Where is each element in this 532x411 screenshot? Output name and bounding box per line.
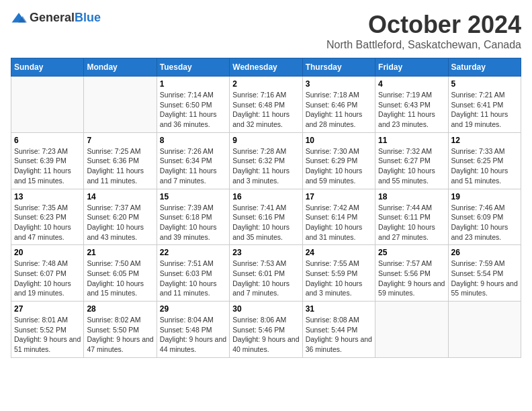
calendar-cell: 4Sunrise: 7:19 AM Sunset: 6:43 PM Daylig… bbox=[375, 77, 448, 133]
calendar-cell: 19Sunrise: 7:46 AM Sunset: 6:09 PM Dayli… bbox=[448, 189, 521, 245]
calendar-cell: 16Sunrise: 7:41 AM Sunset: 6:16 PM Dayli… bbox=[230, 189, 302, 245]
day-details: Sunrise: 7:23 AM Sunset: 6:39 PM Dayligh… bbox=[14, 146, 81, 186]
day-details: Sunrise: 7:35 AM Sunset: 6:23 PM Dayligh… bbox=[14, 203, 81, 242]
day-details: Sunrise: 7:32 AM Sunset: 6:27 PM Dayligh… bbox=[378, 146, 445, 186]
day-details: Sunrise: 7:28 AM Sunset: 6:32 PM Dayligh… bbox=[232, 146, 299, 186]
calendar-cell: 11Sunrise: 7:32 AM Sunset: 6:27 PM Dayli… bbox=[375, 132, 448, 189]
col-header-sunday: Sunday bbox=[11, 58, 84, 77]
day-number: 16 bbox=[232, 192, 299, 201]
day-details: Sunrise: 7:39 AM Sunset: 6:18 PM Dayligh… bbox=[160, 203, 226, 242]
day-number: 5 bbox=[451, 79, 518, 89]
title-area: October 2024 North Battleford, Saskatche… bbox=[326, 11, 521, 51]
day-number: 17 bbox=[306, 192, 372, 201]
day-number: 19 bbox=[451, 192, 518, 201]
calendar-cell bbox=[448, 302, 521, 358]
calendar-header-row: SundayMondayTuesdayWednesdayThursdayFrid… bbox=[11, 58, 521, 77]
day-number: 22 bbox=[160, 248, 226, 257]
day-details: Sunrise: 7:55 AM Sunset: 5:59 PM Dayligh… bbox=[306, 259, 372, 298]
day-number: 10 bbox=[306, 136, 372, 145]
day-number: 13 bbox=[14, 192, 81, 201]
day-number: 1 bbox=[160, 79, 226, 89]
day-number: 14 bbox=[87, 192, 153, 201]
day-details: Sunrise: 7:30 AM Sunset: 6:29 PM Dayligh… bbox=[306, 146, 372, 186]
calendar-cell: 21Sunrise: 7:50 AM Sunset: 6:05 PM Dayli… bbox=[84, 245, 157, 302]
header: GeneralBlue October 2024 North Battlefor… bbox=[11, 11, 521, 51]
calendar-cell: 9Sunrise: 7:28 AM Sunset: 6:32 PM Daylig… bbox=[230, 132, 302, 189]
calendar-cell: 6Sunrise: 7:23 AM Sunset: 6:39 PM Daylig… bbox=[11, 132, 84, 189]
logo-blue: Blue bbox=[75, 11, 101, 24]
day-details: Sunrise: 7:14 AM Sunset: 6:50 PM Dayligh… bbox=[160, 90, 226, 130]
day-details: Sunrise: 7:26 AM Sunset: 6:34 PM Dayligh… bbox=[160, 146, 226, 186]
day-number: 11 bbox=[378, 136, 445, 145]
day-number: 23 bbox=[232, 248, 299, 257]
day-number: 30 bbox=[232, 304, 299, 314]
calendar-cell bbox=[375, 302, 448, 358]
day-details: Sunrise: 7:19 AM Sunset: 6:43 PM Dayligh… bbox=[378, 90, 445, 130]
day-details: Sunrise: 8:06 AM Sunset: 5:46 PM Dayligh… bbox=[232, 315, 299, 355]
location: North Battleford, Saskatchewan, Canada bbox=[326, 39, 521, 51]
day-number: 8 bbox=[160, 136, 226, 145]
calendar-cell: 24Sunrise: 7:55 AM Sunset: 5:59 PM Dayli… bbox=[302, 245, 375, 302]
col-header-tuesday: Tuesday bbox=[157, 58, 229, 77]
day-details: Sunrise: 7:16 AM Sunset: 6:48 PM Dayligh… bbox=[232, 90, 299, 130]
calendar-cell: 17Sunrise: 7:42 AM Sunset: 6:14 PM Dayli… bbox=[302, 189, 375, 245]
day-number: 28 bbox=[87, 304, 153, 314]
day-number: 18 bbox=[378, 192, 445, 201]
day-details: Sunrise: 7:44 AM Sunset: 6:11 PM Dayligh… bbox=[378, 203, 445, 242]
logo-icon bbox=[11, 11, 27, 25]
day-number: 4 bbox=[378, 79, 445, 89]
day-number: 20 bbox=[14, 248, 81, 257]
day-details: Sunrise: 7:57 AM Sunset: 5:56 PM Dayligh… bbox=[378, 259, 445, 298]
day-details: Sunrise: 8:04 AM Sunset: 5:48 PM Dayligh… bbox=[160, 315, 226, 355]
calendar-cell: 12Sunrise: 7:33 AM Sunset: 6:25 PM Dayli… bbox=[448, 132, 521, 189]
day-number: 26 bbox=[451, 248, 518, 257]
day-number: 9 bbox=[232, 136, 299, 145]
day-details: Sunrise: 7:21 AM Sunset: 6:41 PM Dayligh… bbox=[451, 90, 518, 130]
day-number: 12 bbox=[451, 136, 518, 145]
day-details: Sunrise: 7:42 AM Sunset: 6:14 PM Dayligh… bbox=[306, 203, 372, 242]
calendar-cell: 25Sunrise: 7:57 AM Sunset: 5:56 PM Dayli… bbox=[375, 245, 448, 302]
day-details: Sunrise: 7:18 AM Sunset: 6:46 PM Dayligh… bbox=[306, 90, 372, 130]
calendar-cell bbox=[84, 77, 157, 133]
day-number: 29 bbox=[160, 304, 226, 314]
calendar-cell: 15Sunrise: 7:39 AM Sunset: 6:18 PM Dayli… bbox=[157, 189, 229, 245]
calendar-week-row: 27Sunrise: 8:01 AM Sunset: 5:52 PM Dayli… bbox=[11, 302, 521, 358]
day-number: 6 bbox=[14, 136, 81, 145]
calendar-cell: 31Sunrise: 8:08 AM Sunset: 5:44 PM Dayli… bbox=[302, 302, 375, 358]
logo: GeneralBlue bbox=[11, 11, 101, 25]
day-number: 21 bbox=[87, 248, 153, 257]
month-year: October 2024 bbox=[326, 11, 521, 39]
day-number: 27 bbox=[14, 304, 81, 314]
logo-general: General bbox=[30, 11, 75, 24]
calendar-table: SundayMondayTuesdayWednesdayThursdayFrid… bbox=[11, 58, 521, 358]
col-header-saturday: Saturday bbox=[448, 58, 521, 77]
day-details: Sunrise: 7:33 AM Sunset: 6:25 PM Dayligh… bbox=[451, 146, 518, 186]
calendar-week-row: 6Sunrise: 7:23 AM Sunset: 6:39 PM Daylig… bbox=[11, 132, 521, 189]
day-number: 24 bbox=[306, 248, 372, 257]
calendar-cell: 13Sunrise: 7:35 AM Sunset: 6:23 PM Dayli… bbox=[11, 189, 84, 245]
col-header-friday: Friday bbox=[375, 58, 448, 77]
day-details: Sunrise: 7:37 AM Sunset: 6:20 PM Dayligh… bbox=[87, 203, 153, 242]
calendar-week-row: 20Sunrise: 7:48 AM Sunset: 6:07 PM Dayli… bbox=[11, 245, 521, 302]
calendar-cell: 20Sunrise: 7:48 AM Sunset: 6:07 PM Dayli… bbox=[11, 245, 84, 302]
day-details: Sunrise: 7:51 AM Sunset: 6:03 PM Dayligh… bbox=[160, 259, 226, 298]
day-details: Sunrise: 7:25 AM Sunset: 6:36 PM Dayligh… bbox=[87, 146, 153, 186]
calendar-cell: 29Sunrise: 8:04 AM Sunset: 5:48 PM Dayli… bbox=[157, 302, 229, 358]
day-number: 31 bbox=[306, 304, 372, 314]
day-details: Sunrise: 7:50 AM Sunset: 6:05 PM Dayligh… bbox=[87, 259, 153, 298]
calendar-cell: 26Sunrise: 7:59 AM Sunset: 5:54 PM Dayli… bbox=[448, 245, 521, 302]
calendar-cell: 5Sunrise: 7:21 AM Sunset: 6:41 PM Daylig… bbox=[448, 77, 521, 133]
calendar-cell: 7Sunrise: 7:25 AM Sunset: 6:36 PM Daylig… bbox=[84, 132, 157, 189]
day-details: Sunrise: 8:01 AM Sunset: 5:52 PM Dayligh… bbox=[14, 315, 81, 355]
day-details: Sunrise: 7:41 AM Sunset: 6:16 PM Dayligh… bbox=[232, 203, 299, 242]
day-number: 2 bbox=[232, 79, 299, 89]
day-details: Sunrise: 7:46 AM Sunset: 6:09 PM Dayligh… bbox=[451, 203, 518, 242]
day-number: 25 bbox=[378, 248, 445, 257]
calendar-cell: 14Sunrise: 7:37 AM Sunset: 6:20 PM Dayli… bbox=[84, 189, 157, 245]
col-header-monday: Monday bbox=[84, 58, 157, 77]
day-details: Sunrise: 8:08 AM Sunset: 5:44 PM Dayligh… bbox=[306, 315, 372, 355]
day-details: Sunrise: 7:48 AM Sunset: 6:07 PM Dayligh… bbox=[14, 259, 81, 298]
calendar-cell: 27Sunrise: 8:01 AM Sunset: 5:52 PM Dayli… bbox=[11, 302, 84, 358]
calendar-cell bbox=[11, 77, 84, 133]
day-number: 15 bbox=[160, 192, 226, 201]
